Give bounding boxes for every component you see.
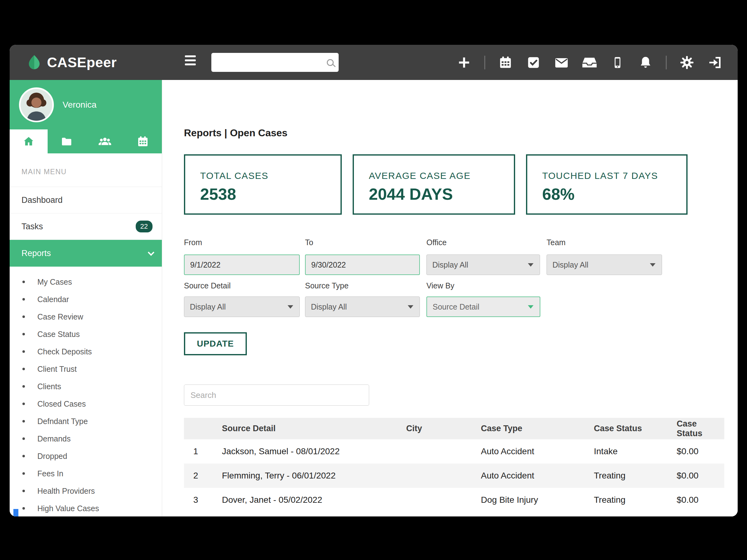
chevron-down-icon (528, 305, 534, 309)
stat-card-average-case-age: AVERAGE CASE AGE 2044 DAYS (353, 154, 515, 215)
stat-value: 2044 DAYS (369, 185, 514, 204)
update-button[interactable]: UPDATE (184, 332, 247, 355)
app-window: CASEpeer (10, 45, 738, 516)
menu-icon[interactable] (185, 55, 196, 68)
from-date-input[interactable] (184, 255, 300, 275)
submenu-label: Health Providers (37, 486, 95, 496)
bullet-icon (22, 490, 25, 492)
user-name: Veronica (62, 100, 97, 110)
bullet-icon (22, 316, 25, 318)
mail-icon[interactable] (554, 55, 569, 70)
sidebar-scroll-indicator (14, 509, 18, 516)
stat-label: AVERAGE CASE AGE (369, 170, 514, 181)
settings-gear-icon[interactable] (679, 55, 695, 70)
submenu-label: Calendar (37, 295, 69, 304)
source-detail-select-value: Display All (190, 302, 226, 312)
logout-icon[interactable] (707, 55, 723, 70)
to-date-input[interactable] (305, 255, 420, 275)
bullet-icon (22, 437, 25, 440)
office-select-value: Display All (432, 260, 468, 269)
brand: CASEpeer (26, 45, 117, 80)
submenu-label: Case Status (37, 330, 80, 339)
cell-source-detail: Dover, Janet - 05/02/2022 (222, 495, 406, 505)
divider (484, 56, 485, 70)
submenu-item-my-cases[interactable]: My Cases (10, 273, 162, 291)
sidebar-tabs (10, 129, 162, 153)
submenu-item-case-review[interactable]: Case Review (10, 308, 162, 325)
submenu-label: Dropped (37, 452, 67, 461)
source-detail-field: Source Detail Display All (184, 281, 300, 317)
office-label: Office (427, 238, 540, 247)
submenu-item-high-value-cases[interactable]: High Value Cases (10, 500, 162, 516)
submenu-item-health-providers[interactable]: Health Providers (10, 482, 162, 500)
cell-case-status: Treating (594, 495, 677, 505)
tab-home[interactable] (10, 129, 48, 153)
submenu-item-dropped[interactable]: Dropped (10, 447, 162, 465)
sidebar-item-tasks[interactable]: Tasks 22 (10, 213, 162, 240)
team-field: Team Display All (546, 238, 662, 275)
header-case-status-2: Case Status (677, 419, 724, 438)
table-row[interactable]: 1 Jackson, Samuel - 08/01/2022 Auto Acci… (184, 439, 724, 463)
source-type-label: Source Type (305, 281, 420, 290)
source-type-field: Source Type Display All (305, 281, 420, 317)
bullet-icon (22, 281, 25, 283)
header-city: City (406, 424, 481, 433)
tab-calendar[interactable] (124, 129, 162, 153)
cell-index: 1 (184, 447, 222, 456)
from-field: From (184, 238, 300, 275)
submenu-item-calendar[interactable]: Calendar (10, 291, 162, 308)
topbar: CASEpeer (10, 45, 738, 80)
sidebar-item-label: Tasks (22, 222, 136, 232)
sidebar: Veronica MAIN MENU Dashboard Tasks 22 Re (10, 80, 162, 516)
submenu-item-check-deposits[interactable]: Check Deposits (10, 343, 162, 360)
global-search-input[interactable] (211, 58, 327, 67)
cell-index: 3 (184, 495, 222, 505)
table-search-input[interactable] (184, 384, 369, 406)
sidebar-item-reports[interactable]: Reports (10, 240, 162, 267)
submenu-item-demands[interactable]: Demands (10, 430, 162, 447)
sidebar-item-dashboard[interactable]: Dashboard (10, 187, 162, 213)
avatar[interactable] (19, 87, 54, 122)
inbox-icon[interactable] (582, 55, 597, 70)
global-search (211, 53, 339, 72)
cell-source-detail: Flemming, Terry - 06/01/2022 (222, 471, 406, 481)
chevron-down-icon (528, 263, 534, 267)
topbar-icons (456, 45, 723, 80)
user-block: Veronica (10, 80, 162, 129)
cell-amount: $0.00 (677, 447, 724, 456)
tab-contacts-people[interactable] (86, 129, 124, 153)
submenu-item-case-status[interactable]: Case Status (10, 325, 162, 343)
cell-case-type: Auto Accident (481, 471, 594, 481)
notifications-bell-icon[interactable] (638, 55, 653, 70)
team-select-value: Display All (552, 260, 588, 269)
bullet-icon (22, 368, 25, 370)
calendar-icon[interactable] (498, 55, 513, 70)
stat-value: 68% (542, 185, 686, 204)
cell-case-type: Dog Bite Injury (481, 495, 594, 505)
team-select[interactable]: Display All (546, 255, 662, 275)
submenu-label: My Cases (37, 277, 72, 287)
tasks-count-badge: 22 (136, 220, 153, 232)
page-title: Reports | Open Cases (184, 127, 288, 139)
tab-cases-folder[interactable] (48, 129, 85, 153)
casepeer-logo-icon (26, 54, 42, 71)
mobile-icon[interactable] (610, 55, 625, 70)
bullet-icon (22, 507, 25, 510)
view-by-select[interactable]: Source Detail (427, 296, 540, 317)
submenu-item-client-trust[interactable]: Client Trust (10, 360, 162, 378)
source-type-select[interactable]: Display All (305, 296, 420, 317)
submenu-item-clients[interactable]: Clients (10, 378, 162, 395)
add-icon[interactable] (456, 55, 472, 70)
submenu-item-fees-in[interactable]: Fees In (10, 465, 162, 482)
cell-case-type: Auto Accident (481, 447, 594, 456)
to-label: To (305, 238, 420, 247)
table-row[interactable]: 2 Flemming, Terry - 06/01/2022 Auto Acci… (184, 463, 724, 488)
source-detail-select[interactable]: Display All (184, 296, 300, 317)
office-select[interactable]: Display All (427, 255, 540, 275)
header-case-type: Case Type (481, 424, 594, 433)
submenu-label: Check Deposits (37, 347, 92, 356)
table-row[interactable]: 3 Dover, Janet - 05/02/2022 Dog Bite Inj… (184, 488, 724, 512)
tasks-check-icon[interactable] (526, 55, 541, 70)
submenu-item-defndant-type[interactable]: Defndant Type (10, 412, 162, 430)
submenu-item-closed-cases[interactable]: Closed Cases (10, 395, 162, 412)
